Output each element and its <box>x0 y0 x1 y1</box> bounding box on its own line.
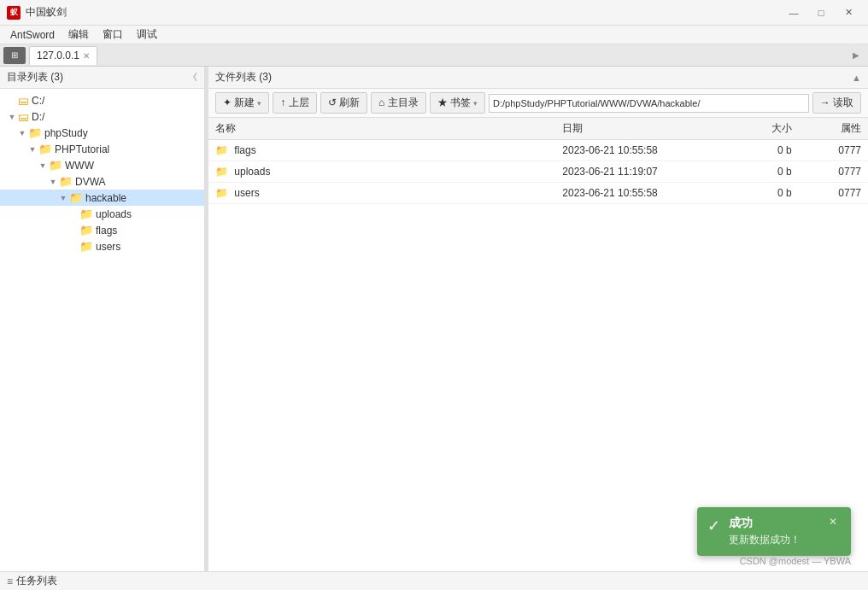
toast-message: 更新数据成功！ <box>729 533 813 547</box>
col-header-date[interactable]: 日期 <box>555 118 729 140</box>
left-panel-collapse[interactable]: 《 <box>188 71 197 84</box>
folder-icon-www: 📁 <box>49 159 62 172</box>
file-attr: 0777 <box>799 140 868 161</box>
file-folder-icon: 📁 <box>215 187 228 199</box>
tree-toggle-flags <box>68 225 79 236</box>
new-button[interactable]: ✦ 新建 ▾ <box>215 92 269 114</box>
folder-icon-d: 🖴 <box>18 110 29 123</box>
tree-label-hackable: hackable <box>85 192 126 204</box>
col-header-size[interactable]: 大小 <box>729 118 798 140</box>
tree-label-d: D:/ <box>32 111 44 123</box>
app-icon: 蚁 <box>7 6 21 20</box>
home-button[interactable]: ⊞ <box>3 47 26 64</box>
file-date: 2023-06-21 10:55:58 <box>555 183 729 204</box>
menu-edit[interactable]: 编辑 <box>62 26 96 44</box>
bottom-bar: ≡ 任务列表 <box>0 571 868 590</box>
bookmark-button-label: ★ 书签 <box>437 96 471 110</box>
app-title: 中国蚁剑 <box>26 5 67 20</box>
folder-icon-users: 📁 <box>79 240 93 253</box>
file-name: 📁 users <box>208 183 555 204</box>
file-name: 📁 flags <box>208 140 555 161</box>
table-row[interactable]: 📁 users 2023-06-21 10:55:58 0 b 0777 <box>208 183 868 204</box>
folder-icon-flags: 📁 <box>79 224 93 237</box>
tree-toggle-www: ▼ <box>38 161 48 171</box>
menu-bar: AntSword 编辑 窗口 调试 <box>0 26 868 44</box>
bookmark-button[interactable]: ★ 书签 ▾ <box>430 92 485 114</box>
folder-icon-dvwa: 📁 <box>59 175 73 188</box>
tree-toggle-users <box>68 242 79 252</box>
folder-icon-hackable: 📁 <box>69 191 83 204</box>
bookmark-button-arrow: ▾ <box>473 99 478 108</box>
go-button[interactable]: → 读取 <box>812 92 861 114</box>
tree-item-d[interactable]: ▼ 🖴 D:/ <box>0 108 204 125</box>
file-name-label: users <box>234 187 259 199</box>
minimize-button[interactable]: — <box>781 4 806 21</box>
up-button[interactable]: ↑ 上层 <box>273 92 316 114</box>
tree-item-phptutorial[interactable]: ▼ 📁 PHPTutorial <box>0 141 204 157</box>
refresh-button-label: ↺ 刷新 <box>328 96 360 110</box>
tree-toggle-hackable: ▼ <box>58 193 68 203</box>
menu-antsword[interactable]: AntSword <box>3 27 62 43</box>
path-input[interactable] <box>489 94 809 113</box>
maximize-button[interactable]: □ <box>808 4 834 21</box>
toast-check-icon: ✓ <box>707 517 720 535</box>
tree-item-dvwa[interactable]: ▼ 📁 DVWA <box>0 173 204 190</box>
tree-toggle-c <box>7 96 17 106</box>
toast-title: 成功 <box>729 516 813 531</box>
tree-toggle-phptutorial: ▼ <box>27 144 38 155</box>
title-bar: 蚁 中国蚁剑 — □ ✕ <box>0 0 868 26</box>
window-controls: — □ ✕ <box>781 4 861 21</box>
task-list-label: 任务列表 <box>16 574 57 588</box>
file-name: 📁 uploads <box>208 161 555 183</box>
tree-label-uploads: uploads <box>96 208 132 220</box>
table-row[interactable]: 📁 flags 2023-06-21 10:55:58 0 b 0777 <box>208 140 868 161</box>
file-folder-icon: 📁 <box>215 166 228 178</box>
menu-window[interactable]: 窗口 <box>96 26 130 44</box>
col-header-name[interactable]: 名称 <box>208 118 555 140</box>
folder-icon-c: 🖴 <box>18 94 29 107</box>
file-name-label: flags <box>234 144 255 156</box>
tree-item-phpstudy[interactable]: ▼ 📁 phpStudy <box>0 125 204 141</box>
left-panel-header: 目录列表 (3) 《 <box>0 67 204 89</box>
tree-item-www[interactable]: ▼ 📁 WWW <box>0 157 204 173</box>
tree-item-hackable[interactable]: ▼ 📁 hackable <box>0 190 204 206</box>
file-attr: 0777 <box>799 183 868 204</box>
home-dir-button-label: ⌂ 主目录 <box>378 96 419 110</box>
left-panel: 目录列表 (3) 《 🖴 C:/ ▼ 🖴 D:/ ▼ 📁 <box>0 67 205 571</box>
refresh-button[interactable]: ↺ 刷新 <box>320 92 367 114</box>
tree-label-www: WWW <box>65 160 94 172</box>
file-size: 0 b <box>729 183 798 204</box>
watermark: CSDN @modest — YBWA <box>740 556 851 566</box>
go-button-label: → 读取 <box>820 96 853 110</box>
tab-close-icon[interactable]: ✕ <box>83 51 90 61</box>
close-button[interactable]: ✕ <box>836 4 861 21</box>
tab-arrow[interactable]: ▶ <box>847 49 865 61</box>
right-panel-collapse[interactable]: ▲ <box>852 73 861 83</box>
tree-item-uploads[interactable]: 📁 uploads <box>0 206 204 222</box>
right-panel-title: 文件列表 (3) <box>215 70 272 85</box>
tree-item-users[interactable]: 📁 users <box>0 238 204 254</box>
tree-item-c[interactable]: 🖴 C:/ <box>0 92 204 108</box>
new-button-label: ✦ 新建 <box>223 96 255 110</box>
tree-item-flags[interactable]: 📁 flags <box>0 222 204 238</box>
active-tab[interactable]: 127.0.0.1 ✕ <box>29 46 97 65</box>
home-dir-button[interactable]: ⌂ 主目录 <box>371 92 426 114</box>
up-button-label: ↑ 上层 <box>280 96 308 110</box>
tree-label-phptutorial: PHPTutorial <box>55 143 109 155</box>
main-area: 目录列表 (3) 《 🖴 C:/ ▼ 🖴 D:/ ▼ 📁 <box>0 67 868 571</box>
title-bar-left: 蚁 中国蚁剑 <box>7 5 67 20</box>
directory-tree: 🖴 C:/ ▼ 🖴 D:/ ▼ 📁 phpStudy ▼ 📁 <box>0 89 204 571</box>
toolbar: ✦ 新建 ▾ ↑ 上层 ↺ 刷新 ⌂ 主目录 ★ 书签 ▾ → 读取 <box>208 89 868 118</box>
toast-close-button[interactable]: ✕ <box>829 516 837 528</box>
file-date: 2023-06-21 11:19:07 <box>555 161 729 183</box>
tab-bar: ⊞ 127.0.0.1 ✕ ▶ <box>0 44 868 67</box>
file-size: 0 b <box>729 161 798 183</box>
table-row[interactable]: 📁 uploads 2023-06-21 11:19:07 0 b 0777 <box>208 161 868 183</box>
table-header-row: 名称 日期 大小 属性 <box>208 118 868 140</box>
tab-label: 127.0.0.1 <box>37 50 79 61</box>
menu-debug[interactable]: 调试 <box>130 26 164 44</box>
file-folder-icon: 📁 <box>215 144 228 156</box>
toast-notification: ✓ 成功 更新数据成功！ ✕ <box>697 507 851 556</box>
col-header-attr[interactable]: 属性 <box>799 118 868 140</box>
tree-label-dvwa: DVWA <box>75 176 106 188</box>
